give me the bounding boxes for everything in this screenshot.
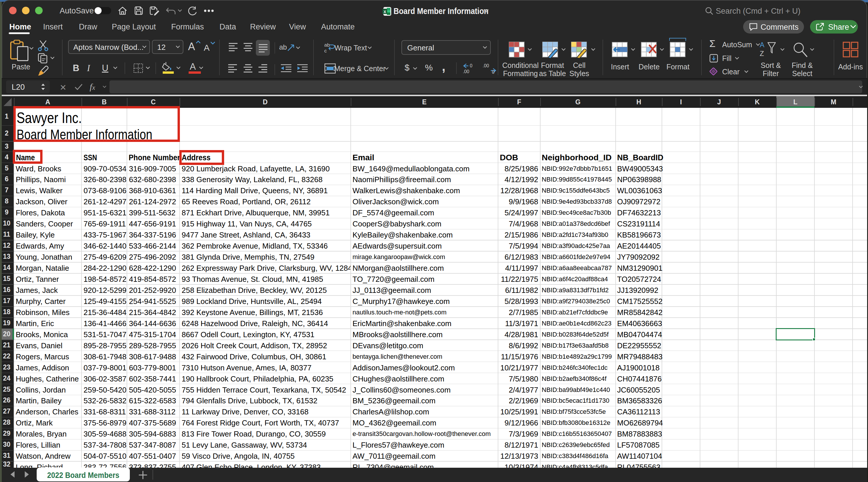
svg-text:X: X	[384, 10, 386, 14]
svg-text:ab: ab	[324, 42, 330, 48]
svg-text:c: c	[324, 48, 327, 54]
svg-text:A: A	[760, 41, 764, 49]
svg-text:0: 0	[470, 63, 472, 68]
svg-text:.00: .00	[463, 69, 469, 74]
svg-text:.00: .00	[483, 63, 489, 68]
svg-text:ab: ab	[279, 43, 287, 51]
svg-text:Z: Z	[760, 50, 764, 57]
svg-text:0: 0	[492, 69, 495, 74]
